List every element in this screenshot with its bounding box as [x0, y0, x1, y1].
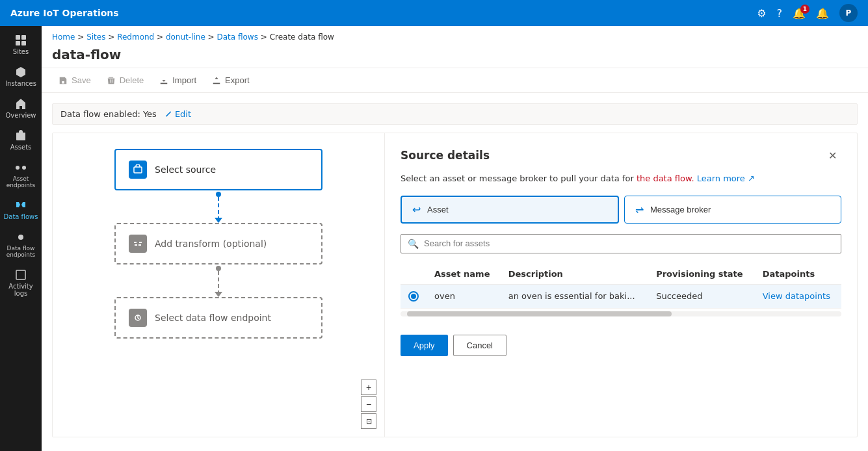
source-panel: Source details ✕ Select an asset or mess… [385, 133, 857, 437]
svg-rect-2 [16, 41, 20, 45]
alerts-icon[interactable]: 🔔 [816, 7, 829, 19]
delete-label: Delete [120, 75, 144, 85]
toolbar: Save Delete Import Export [42, 68, 868, 93]
row-radio-button[interactable] [408, 291, 419, 302]
avatar[interactable]: P [839, 4, 858, 22]
endpoint-node[interactable]: Select data flow endpoint [114, 297, 322, 339]
save-label: Save [72, 75, 91, 85]
breadcrumb-redmond[interactable]: Redmond [117, 32, 154, 42]
settings-icon[interactable]: ⚙ [757, 7, 766, 19]
row-asset-name: oven [427, 284, 501, 308]
row-datapoints: View datapoints [755, 284, 841, 308]
message-broker-type-button[interactable]: ⇌ Message broker [624, 196, 841, 224]
layout: Sites Instances Overview Assets Asset en… [0, 26, 868, 451]
search-icon: 🔍 [408, 238, 419, 249]
breadcrumb-data-flows[interactable]: Data flows [217, 32, 257, 42]
canvas-controls: + − ⊡ [361, 380, 376, 429]
page-title: data-flow [42, 44, 868, 68]
asset-icon: ↩ [412, 203, 421, 216]
content-area: Data flow enabled: Yes Edit Select sourc… [42, 93, 868, 451]
transform-node[interactable]: Add transform (optional) [114, 223, 322, 264]
app-title: Azure IoT Operations [10, 8, 752, 18]
breadcrumb-donut-line[interactable]: donut-line [166, 32, 205, 42]
table-scroll-thumb [407, 311, 672, 316]
import-button[interactable]: Import [153, 72, 203, 88]
endpoint-node-label: Select data flow endpoint [155, 313, 271, 323]
panel-close-button[interactable]: ✕ [823, 146, 841, 164]
source-node-icon [129, 161, 147, 179]
svg-point-6 [22, 166, 26, 170]
fit-view-button[interactable]: ⊡ [361, 413, 376, 429]
learn-more-link[interactable]: Learn more ↗ [697, 174, 755, 183]
connector-arrow-1 [215, 218, 222, 223]
search-input[interactable] [424, 238, 834, 248]
asset-table: Asset name Description Provisioning stat… [401, 264, 841, 309]
table-scrollbar[interactable] [401, 311, 841, 316]
export-label: Export [225, 75, 250, 85]
sidebar-item-activity-logs[interactable]: Activity logs [0, 263, 42, 302]
endpoint-node-icon [129, 309, 147, 327]
sidebar: Sites Instances Overview Assets Asset en… [0, 26, 42, 451]
import-label: Import [172, 75, 196, 85]
panel-description: Select an asset or message broker to pul… [401, 172, 841, 185]
connector-dot-2 [216, 266, 221, 271]
sidebar-item-sites[interactable]: Sites [0, 29, 42, 60]
svg-point-5 [16, 166, 20, 170]
svg-rect-4 [16, 133, 25, 140]
breadcrumb: Home > Sites > Redmond > donut-line > Da… [42, 26, 868, 44]
svg-rect-8 [16, 270, 25, 279]
breadcrumb-sites[interactable]: Sites [86, 32, 105, 42]
col-description: Description [501, 264, 648, 285]
flow-container: Select source Add transform (optional) [52, 133, 858, 437]
broker-type-label: Message broker [650, 205, 711, 214]
svg-rect-3 [21, 41, 26, 45]
row-description: an oven is essential for baki... [501, 284, 648, 308]
top-navigation: Azure IoT Operations ⚙ ? 🔔 🔔 P [0, 0, 868, 26]
zoom-out-button[interactable]: − [361, 396, 376, 412]
breadcrumb-home[interactable]: Home [52, 32, 75, 42]
sidebar-item-instances[interactable]: Instances [0, 60, 42, 92]
connector-dot-1 [216, 192, 221, 197]
col-datapoints: Datapoints [755, 264, 841, 285]
asset-type-label: Asset [427, 205, 449, 214]
flow-canvas: Select source Add transform (optional) [53, 133, 384, 437]
source-node[interactable]: Select source [114, 149, 322, 190]
connector-line-2 [218, 271, 219, 292]
panel-footer: Apply Cancel [401, 327, 841, 356]
panel-title: Source details [401, 149, 490, 162]
sidebar-item-data-flows[interactable]: Data flows [0, 194, 42, 226]
svg-rect-1 [21, 35, 26, 40]
source-node-label: Select source [155, 164, 216, 175]
notifications-icon[interactable]: 🔔 [793, 7, 806, 19]
edit-link[interactable]: Edit [164, 109, 191, 119]
transform-node-icon [129, 235, 147, 253]
delete-button[interactable]: Delete [100, 72, 151, 88]
connector-arrow-2 [215, 292, 222, 297]
connector-2 [215, 264, 222, 297]
svg-rect-0 [16, 35, 20, 40]
breadcrumb-current: Create data flow [270, 32, 334, 42]
help-icon[interactable]: ? [777, 7, 783, 19]
cancel-button[interactable]: Cancel [453, 335, 506, 356]
save-button[interactable]: Save [52, 72, 98, 88]
sidebar-item-data-flow-endpoints[interactable]: Data flow endpoints [0, 226, 42, 263]
view-datapoints-link[interactable]: View datapoints [763, 291, 830, 301]
col-select [401, 264, 427, 285]
zoom-in-button[interactable]: + [361, 380, 376, 395]
table-row[interactable]: oven an oven is essential for baki... Su… [401, 284, 841, 308]
broker-icon: ⇌ [635, 203, 644, 216]
sidebar-item-assets[interactable]: Assets [0, 124, 42, 156]
sidebar-item-overview[interactable]: Overview [0, 92, 42, 124]
asset-type-button[interactable]: ↩ Asset [401, 196, 619, 224]
main-content: Home > Sites > Redmond > donut-line > Da… [42, 26, 868, 451]
sidebar-item-asset-endpoints[interactable]: Asset endpoints [0, 156, 42, 194]
transform-node-label: Add transform (optional) [155, 238, 267, 249]
apply-button[interactable]: Apply [401, 335, 448, 356]
export-button[interactable]: Export [205, 72, 256, 88]
row-provisioning-state: Succeeded [648, 284, 755, 308]
flow-status-text: Data flow enabled: Yes [60, 109, 157, 119]
col-provisioning-state: Provisioning state [648, 264, 755, 285]
col-asset-name: Asset name [427, 264, 501, 285]
edit-label: Edit [175, 109, 191, 119]
nav-icons: ⚙ ? 🔔 🔔 P [757, 4, 858, 22]
